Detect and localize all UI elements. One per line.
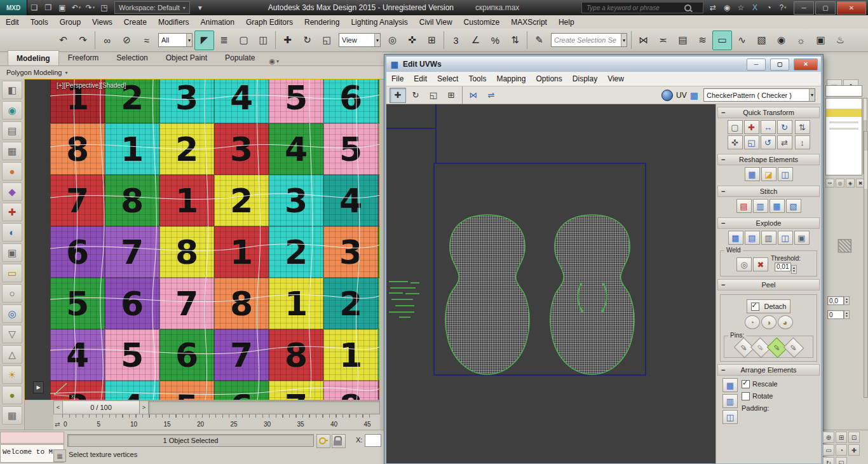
modifier-list-dropdown[interactable] <box>825 85 862 97</box>
ribbon-toggle-icon[interactable]: ▭ <box>712 31 732 50</box>
rescale-checkbox-row[interactable]: Rescale <box>742 378 778 390</box>
max-logo[interactable]: MXD <box>0 0 27 15</box>
flatten-smoothing-icon[interactable]: ▥ <box>761 231 776 245</box>
menu-animation[interactable]: Animation <box>195 15 240 29</box>
uv-move-icon[interactable]: ✚ <box>390 88 406 103</box>
favorites-icon[interactable]: ☆ <box>735 1 747 14</box>
select-and-link-icon[interactable]: ∞ <box>97 31 117 50</box>
selection-filter-dropdown[interactable]: All▾ <box>158 33 193 47</box>
next-frame-button[interactable]: > <box>140 401 149 414</box>
stitch-target-icon[interactable]: ▧ <box>786 199 801 213</box>
ribbon-tab-selection[interactable]: Selection <box>107 50 156 65</box>
snaps-toggle-icon[interactable]: 3 <box>446 31 466 50</box>
use-pivot-point-icon[interactable]: ◎ <box>383 31 402 50</box>
pack-normalize-icon[interactable]: ▦ <box>722 378 738 392</box>
ribbon-config-icon[interactable]: ◉▾ <box>269 57 279 65</box>
ribbon-tool-17-icon[interactable]: ▦ <box>2 406 22 425</box>
zoom-all-icon[interactable]: ⊞ <box>836 432 847 443</box>
align-icon[interactable]: ≍ <box>653 31 673 50</box>
viewport-label[interactable]: [+][Perspective][Shaded] <box>57 82 126 89</box>
uvw-maximize-button[interactable]: ▢ <box>770 58 789 71</box>
uv-grid-icon[interactable]: ▦ <box>690 90 698 100</box>
rectangular-selection-region-icon[interactable]: ▢ <box>234 31 254 50</box>
selection-lock-icon[interactable] <box>332 434 346 448</box>
parameter-field-1[interactable]: 0,0 <box>827 296 844 305</box>
flatten-custom-icon[interactable]: ▦ <box>728 231 743 245</box>
uv-scale-tool-icon[interactable]: ◱ <box>744 135 759 149</box>
open-file-icon[interactable]: ❐ <box>42 1 55 14</box>
close-button[interactable]: ✕ <box>837 1 866 15</box>
ribbon-tool-8-icon[interactable]: ◐ <box>2 223 22 242</box>
rotate-checkbox-row[interactable]: Rotate <box>742 390 778 402</box>
select-and-rotate-icon[interactable]: ↻ <box>297 31 317 50</box>
search-icon[interactable] <box>684 4 691 11</box>
modifier-stack-selected-row[interactable] <box>826 109 862 117</box>
help-icon[interactable]: ?▾ <box>776 1 789 14</box>
detach-button[interactable]: Detach <box>747 299 791 313</box>
edit-uvws-titlebar[interactable]: ▦ Edit UVWs ─ ▢ ✕ <box>386 57 821 72</box>
trackbar-toggle-icon[interactable]: ⇄ <box>55 421 60 428</box>
pan-icon[interactable]: ✚ <box>848 444 860 456</box>
uvw-minimize-button[interactable]: ─ <box>747 58 766 71</box>
redo-icon[interactable]: ↷▾ <box>84 1 97 14</box>
ribbon-tool-2-icon[interactable]: ◉ <box>2 101 22 119</box>
uv-selection-box-icon[interactable]: ▢ <box>728 120 743 134</box>
menu-maxscript[interactable]: MAXScript <box>505 15 553 29</box>
ribbon-tool-9-icon[interactable]: ▣ <box>2 243 22 262</box>
ribbon-tool-4-icon[interactable]: ▦ <box>2 142 22 160</box>
uvw-menu-file[interactable]: File <box>386 72 409 86</box>
reference-coordinate-dropdown[interactable]: View▾ <box>339 33 381 47</box>
collapse-icon[interactable]: − <box>721 109 725 116</box>
select-and-move-icon[interactable]: ✚ <box>278 31 297 50</box>
ribbon-expand-button[interactable]: ▶ <box>33 381 44 393</box>
break-icon[interactable]: ✖ <box>753 257 768 271</box>
weld-threshold-input[interactable]: 0,01 <box>775 263 791 271</box>
x-coordinate-field[interactable] <box>365 434 381 447</box>
maximize-button[interactable]: ▢ <box>815 1 836 15</box>
unlink-selection-icon[interactable]: ⊘ <box>117 31 137 50</box>
rearrange-elements-icon[interactable]: ◫ <box>722 410 738 424</box>
uvw-menu-display[interactable]: Display <box>567 72 602 86</box>
menu-group[interactable]: Group <box>54 15 86 29</box>
relax-tool-icon[interactable]: ▦ <box>745 167 760 181</box>
uv-island-violin-left[interactable] <box>445 215 529 374</box>
search-input[interactable] <box>585 4 682 12</box>
percent-snap-icon[interactable]: % <box>485 31 505 50</box>
ribbon-tool-16-icon[interactable]: ● <box>2 386 22 404</box>
ribbon-tool-15-icon[interactable]: ☀ <box>2 365 22 384</box>
ribbon-tool-14-icon[interactable]: △ <box>2 345 22 364</box>
time-slider[interactable]: < 0 / 100 > <box>53 400 380 414</box>
uv-scale-icon[interactable]: ◱ <box>425 88 442 103</box>
save-file-icon[interactable]: ▣ <box>56 1 69 14</box>
uv-align-vertical-icon[interactable]: ⇄ <box>777 135 792 149</box>
zoom-extents-icon[interactable]: ⊡ <box>848 432 860 443</box>
mirror-icon[interactable]: ⋈ <box>634 31 653 50</box>
menu-help[interactable]: Help <box>553 15 580 29</box>
modifier-stack-row[interactable] <box>829 128 858 130</box>
ribbon-tool-1-icon[interactable]: ◧ <box>2 81 22 99</box>
uv-mirror-icon[interactable]: ⋈ <box>465 88 482 103</box>
detach-checkbox[interactable] <box>751 303 759 311</box>
zoom-region-icon[interactable]: ▭ <box>823 444 834 456</box>
collapse-icon[interactable]: − <box>721 156 725 163</box>
ribbon-tab-object-paint[interactable]: Object Paint <box>157 50 216 65</box>
exchange-apps-icon[interactable]: X <box>749 1 761 14</box>
ribbon-tab-modeling[interactable]: Modeling <box>8 50 59 65</box>
weld-custom-icon[interactable]: ◎ <box>736 257 752 271</box>
track-bar[interactable]: ⇄ 051015202530354045 <box>53 414 380 430</box>
collapse-icon[interactable]: − <box>721 219 725 227</box>
stitch-average-icon[interactable]: ▦ <box>770 199 785 213</box>
layer-manager-icon[interactable]: ▤ <box>673 31 693 50</box>
parameter-spinner-2[interactable]: ▲▼ <box>844 310 850 319</box>
ribbon-tab-populate[interactable]: Populate <box>216 50 264 65</box>
rollout-stitch[interactable]: − Stitch <box>717 186 820 197</box>
explode-seams-icon[interactable]: ▣ <box>794 231 810 245</box>
named-selection-sets-dropdown[interactable]: Create Selection Se▾ <box>551 33 627 47</box>
uv-align-horizontal-icon[interactable]: ↔ <box>761 120 776 134</box>
uv-island-violin-right[interactable] <box>550 215 634 374</box>
uv-freeform-icon[interactable]: ⊞ <box>443 88 459 103</box>
menu-modifiers[interactable]: Modifiers <box>153 15 195 29</box>
parameter-spinner-1[interactable]: ▲▼ <box>844 296 850 305</box>
parameter-field-2[interactable]: 0 <box>827 310 844 319</box>
ribbon-tool-11-icon[interactable]: ○ <box>2 284 22 303</box>
